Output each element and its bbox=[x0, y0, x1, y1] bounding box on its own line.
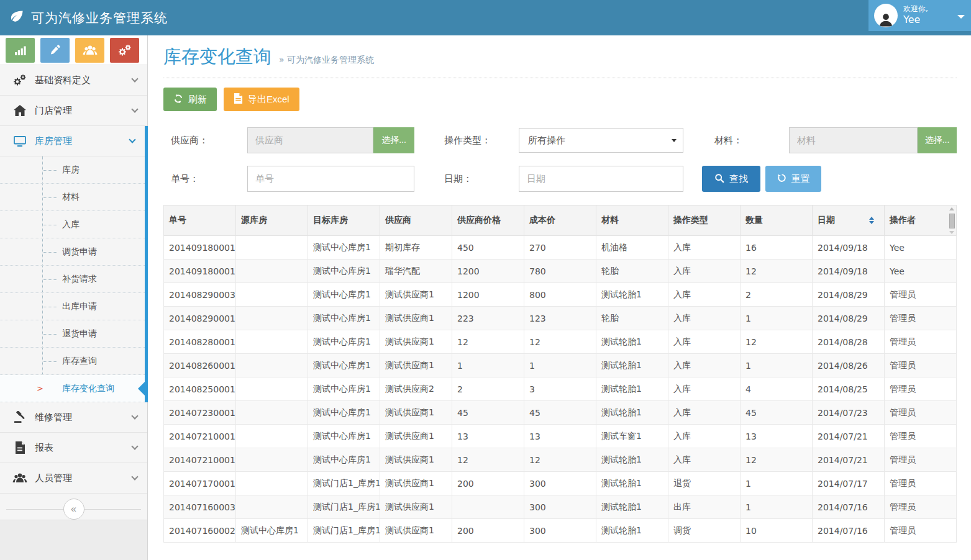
table-cell: 2014/07/23 bbox=[813, 401, 885, 425]
filter-panel: 供应商： 选择... 操作类型： 所有操作 材料： 选择... 单号： bbox=[163, 127, 957, 192]
sidebar-item-reports[interactable]: 报表 bbox=[0, 433, 147, 463]
users-button[interactable] bbox=[75, 38, 104, 63]
column-header-2[interactable]: 目标库房 bbox=[308, 205, 380, 236]
table-cell: 测试门店1_库房1 bbox=[308, 495, 380, 519]
table-row[interactable]: 201407170001测试门店1_库房1测试供应商1200300测试轮胎1退货… bbox=[164, 472, 957, 495]
table-cell: 测试供应商1 bbox=[380, 354, 452, 377]
sidebar-collapse-button[interactable]: « bbox=[63, 499, 84, 520]
export-label: 导出Excel bbox=[248, 94, 289, 106]
table-cell: 测试轮胎1 bbox=[596, 354, 668, 377]
table-cell bbox=[236, 354, 308, 377]
table-row[interactable]: 201408260001测试中心库房1测试供应商111测试轮胎1入库12014/… bbox=[164, 354, 957, 377]
table-scrollbar[interactable] bbox=[947, 205, 956, 236]
table-row[interactable]: 201409180001测试中心库房1瑞华汽配1200780轮胎入库122014… bbox=[164, 260, 957, 283]
scroll-down-icon[interactable] bbox=[949, 231, 954, 234]
table-row[interactable]: 201407160003测试门店1_库房1测试供应商1300测试轮胎1出库120… bbox=[164, 495, 957, 519]
export-excel-button[interactable]: 导出Excel bbox=[224, 88, 299, 111]
operation-type-select[interactable]: 所有操作 bbox=[519, 128, 683, 153]
scroll-up-icon[interactable] bbox=[949, 207, 954, 210]
table-row[interactable]: 201408280001测试中心库房1测试供应商11212测试轮胎1入库1220… bbox=[164, 330, 957, 354]
material-input[interactable] bbox=[789, 127, 918, 153]
sidebar-item-repair-management[interactable]: 维修管理 bbox=[0, 402, 147, 433]
table-cell: 1200 bbox=[452, 283, 524, 307]
search-button[interactable]: 查找 bbox=[702, 166, 760, 192]
table-cell: 13 bbox=[452, 425, 524, 448]
supplier-choose-button[interactable]: 选择... bbox=[373, 127, 414, 153]
excel-file-icon bbox=[234, 93, 243, 106]
table-cell: 测试供应商1 bbox=[380, 495, 452, 519]
table-row[interactable]: 201407210001测试中心库房1测试供应商11212测试轮胎1入库1220… bbox=[164, 448, 957, 472]
table-cell: 2014/09/18 bbox=[813, 260, 885, 283]
sidebar-item-base-data[interactable]: 基础资料定义 bbox=[0, 65, 147, 96]
active-arrow-icon: > bbox=[37, 384, 43, 393]
material-choose-button[interactable]: 选择... bbox=[918, 127, 957, 153]
column-header-0[interactable]: 单号 bbox=[164, 205, 236, 236]
sidebar-item-inbound[interactable]: 入库 bbox=[0, 211, 145, 238]
sidebar-item-label: 维修管理 bbox=[35, 412, 132, 423]
table-cell bbox=[236, 448, 308, 472]
column-header-8[interactable]: 数量 bbox=[741, 205, 813, 236]
chevron-down-icon bbox=[957, 15, 965, 19]
date-input[interactable] bbox=[519, 166, 683, 192]
sort-icon[interactable] bbox=[869, 217, 874, 224]
table-cell: 2014/08/29 bbox=[813, 307, 885, 330]
sidebar-item-label: 出库申请 bbox=[62, 301, 97, 312]
table-row[interactable]: 201409180001测试中心库房1期初库存450270机油格入库162014… bbox=[164, 236, 957, 260]
chevron-down-icon bbox=[132, 442, 137, 453]
sidebar-item-store-management[interactable]: 门店管理 bbox=[0, 96, 147, 126]
sidebar-item-material[interactable]: 材料 bbox=[0, 184, 145, 211]
table-cell: 管理员 bbox=[885, 354, 957, 377]
sidebar-item-label: 退货申请 bbox=[62, 328, 97, 340]
sidebar-item-replenish-request[interactable]: 补货请求 bbox=[0, 266, 145, 293]
refresh-button[interactable]: 刷新 bbox=[163, 88, 217, 111]
table-row[interactable]: 201407230001测试中心库房1测试供应商14545测试轮胎1入库4520… bbox=[164, 401, 957, 425]
sidebar-item-warehouse-management[interactable]: 库房管理 bbox=[0, 126, 145, 156]
sidebar-item-warehouse[interactable]: 库房 bbox=[0, 156, 145, 184]
user-menu[interactable]: 欢迎你, Yee bbox=[868, 0, 971, 31]
order-no-input[interactable] bbox=[247, 166, 414, 192]
sidebar-item-label: 基础资料定义 bbox=[35, 75, 132, 86]
table-cell: 2 bbox=[741, 283, 813, 307]
column-header-5[interactable]: 成本价 bbox=[524, 205, 596, 236]
table-cell: 1200 bbox=[452, 260, 524, 283]
table-row[interactable]: 201408290001测试中心库房1测试供应商1223123轮胎入库12014… bbox=[164, 307, 957, 330]
table-cell: 测试轮胎1 bbox=[596, 377, 668, 401]
sidebar-item-staff-management[interactable]: 人员管理 bbox=[0, 463, 147, 494]
table-cell: 测试供应商1 bbox=[380, 519, 452, 543]
column-header-1[interactable]: 源库房 bbox=[236, 205, 308, 236]
table-cell: 测试中心库房1 bbox=[308, 283, 380, 307]
column-header-3[interactable]: 供应商 bbox=[380, 205, 452, 236]
table-cell: 45 bbox=[452, 401, 524, 425]
bar-chart-button[interactable] bbox=[6, 38, 35, 63]
column-header-7[interactable]: 操作类型 bbox=[668, 205, 741, 236]
pencil-button[interactable] bbox=[40, 38, 70, 63]
table-cell: 201407160002 bbox=[164, 519, 236, 543]
sidebar-item-outbound-request[interactable]: 出库申请 bbox=[0, 293, 145, 320]
scroll-thumb[interactable] bbox=[949, 214, 955, 228]
material-label: 材料： bbox=[714, 135, 789, 147]
table-cell: 测试供应商1 bbox=[380, 330, 452, 354]
sidebar-item-inventory-query[interactable]: 库存查询 bbox=[0, 348, 145, 375]
column-header-6[interactable]: 材料 bbox=[596, 205, 668, 236]
table-cell: 12 bbox=[524, 448, 596, 472]
sidebar-item-return-request[interactable]: 退货申请 bbox=[0, 320, 145, 348]
column-header-9[interactable]: 日期 bbox=[813, 205, 885, 236]
column-header-4[interactable]: 供应商价格 bbox=[452, 205, 524, 236]
table-row[interactable]: 201408290003测试中心库房1测试供应商11200800测试轮胎1入库2… bbox=[164, 283, 957, 307]
sidebar-item-label: 库存变化查询 bbox=[62, 383, 114, 394]
operation-type-label: 操作类型： bbox=[444, 135, 519, 147]
column-header-10[interactable]: 操作者 bbox=[885, 205, 957, 236]
supplier-input[interactable] bbox=[247, 127, 373, 153]
sidebar-item-transfer-request[interactable]: 调货申请 bbox=[0, 238, 145, 266]
reset-button[interactable]: 重置 bbox=[765, 166, 821, 192]
table-row[interactable]: 201408250001测试中心库房1测试供应商223测试轮胎1入库42014/… bbox=[164, 377, 957, 401]
sidebar-section-warehouse-management: 库房管理库房材料入库调货申请补货请求出库申请退货申请库存查询>库存变化查询 bbox=[0, 126, 148, 402]
sidebar-item-inventory-change-query[interactable]: >库存变化查询 bbox=[0, 375, 145, 402]
table-cell bbox=[236, 307, 308, 330]
gears-button[interactable] bbox=[110, 38, 139, 63]
table-cell: 2014/07/21 bbox=[813, 425, 885, 448]
table-row[interactable]: 201407210001测试中心库房1测试供应商11313测试车窗1入库1320… bbox=[164, 425, 957, 448]
table-row[interactable]: 201407160002测试中心库房1测试门店1_库房1测试供应商1200300… bbox=[164, 519, 957, 543]
table-cell: 10 bbox=[741, 519, 813, 543]
table-cell: Yee bbox=[885, 236, 957, 260]
